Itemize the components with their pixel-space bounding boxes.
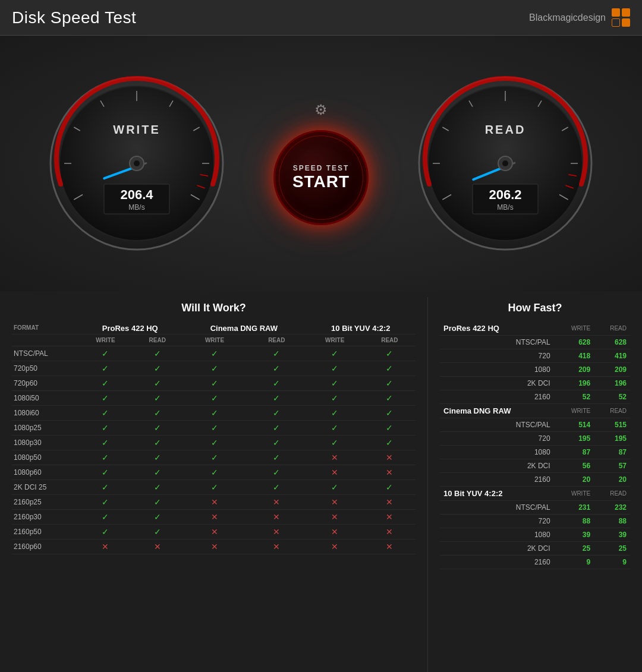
cell-check: ✓	[247, 480, 306, 495]
check-icon: ✓	[273, 364, 280, 373]
table-row: 10803939	[440, 528, 630, 542]
yuv-write-header: WRITE	[306, 335, 364, 346]
hf-section-header-row: Cinema DNG RAWWRITEREAD	[440, 404, 630, 418]
table-row: 21605252	[440, 390, 630, 404]
table-row: 1080p50✓✓✓✓✕✕	[12, 450, 416, 465]
check-icon: ✓	[331, 393, 338, 403]
hf-read-value: 52	[594, 390, 630, 404]
cell-check: ✓	[182, 480, 247, 495]
cross-icon: ✕	[386, 512, 393, 522]
cell-check: ✕	[364, 450, 416, 465]
hf-read-value: 25	[594, 542, 630, 556]
hf-write-value: 56	[554, 459, 594, 473]
cross-icon: ✕	[386, 497, 393, 507]
row-label: 2160p50	[12, 525, 78, 540]
cell-check: ✓	[133, 406, 182, 421]
title-bar: Disk Speed Test Blackmagicdesign	[0, 0, 642, 36]
table-row: 2K DCI 25✓✓✓✓✓✓	[12, 480, 416, 495]
cross-icon: ✕	[331, 512, 338, 522]
cross-icon: ✕	[273, 527, 280, 537]
start-button[interactable]: SPEED TEST START	[273, 130, 369, 225]
check-icon: ✓	[331, 349, 338, 358]
hf-group-name: 10 Bit YUV 4:2:2	[440, 487, 554, 501]
table-row: 720195195	[440, 432, 630, 446]
row-label: 1080p25	[12, 421, 78, 436]
read-gauge-svg: READ 206.2 MB/s	[416, 74, 594, 253]
hf-row-label: 2K DCI	[440, 377, 554, 390]
hf-row-label: NTSC/PAL	[440, 418, 554, 432]
cross-icon: ✕	[211, 512, 218, 522]
cell-check: ✓	[78, 376, 133, 391]
hf-read-value: 515	[594, 418, 630, 432]
check-icon: ✓	[211, 349, 218, 358]
check-icon: ✓	[154, 364, 161, 373]
hf-row-label: 2K DCI	[440, 459, 554, 473]
svg-point-35	[502, 160, 508, 166]
cell-check: ✓	[133, 450, 182, 465]
hf-read-header: READ	[594, 404, 630, 418]
settings-icon[interactable]: ⚙	[314, 102, 328, 118]
cell-check: ✓	[182, 450, 247, 465]
cell-check: ✕	[364, 525, 416, 540]
cell-check: ✓	[247, 361, 306, 376]
cell-check: ✓	[306, 376, 364, 391]
check-icon: ✓	[102, 378, 109, 388]
check-icon: ✓	[273, 349, 280, 358]
table-row: 1080p30✓✓✓✓✓✓	[12, 436, 416, 450]
cell-check: ✓	[78, 391, 133, 406]
row-label: 1080p30	[12, 436, 78, 450]
check-icon: ✓	[211, 393, 218, 403]
hf-group-name: Cinema DNG RAW	[440, 404, 554, 418]
will-it-work-title: Will It Work?	[12, 297, 416, 321]
hf-write-value: 209	[554, 363, 594, 377]
check-icon: ✓	[386, 349, 393, 358]
check-icon: ✓	[211, 423, 218, 433]
cell-check: ✓	[306, 346, 364, 361]
cell-check: ✕	[306, 465, 364, 480]
check-icon: ✓	[102, 512, 109, 522]
start-label-main: START	[292, 172, 350, 191]
cell-check: ✓	[182, 361, 247, 376]
row-label: 2160p30	[12, 510, 78, 525]
cell-check: ✓	[182, 376, 247, 391]
cell-check: ✓	[182, 465, 247, 480]
row-label: 2160p60	[12, 540, 78, 554]
table-row: 7208888	[440, 515, 630, 528]
hf-read-value: 195	[594, 432, 630, 446]
cell-check: ✓	[247, 391, 306, 406]
cell-check: ✕	[306, 510, 364, 525]
cross-icon: ✕	[386, 453, 393, 462]
check-icon: ✓	[154, 453, 161, 462]
center-controls: ⚙ SPEED TEST START	[273, 102, 369, 225]
check-icon: ✓	[211, 378, 218, 388]
cell-check: ✓	[306, 436, 364, 450]
check-icon: ✓	[273, 453, 280, 462]
hf-row-label: 720	[440, 349, 554, 363]
row-label: 720p50	[12, 361, 78, 376]
hf-write-value: 25	[554, 542, 594, 556]
cell-check: ✕	[306, 525, 364, 540]
cell-check: ✓	[306, 391, 364, 406]
cell-check: ✕	[182, 525, 247, 540]
how-fast-table: ProRes 422 HQWRITEREADNTSC/PAL6286287204…	[440, 321, 630, 569]
check-icon: ✓	[386, 393, 393, 403]
read-value: 206.2	[489, 187, 521, 202]
table-row: 2160p60✕✕✕✕✕✕	[12, 540, 416, 554]
check-icon: ✓	[273, 423, 280, 433]
check-icon: ✓	[154, 512, 161, 522]
check-icon: ✓	[386, 378, 393, 388]
prores-header: ProRes 422 HQ	[78, 321, 182, 335]
check-icon: ✓	[154, 423, 161, 433]
check-icon: ✓	[154, 482, 161, 492]
check-icon: ✓	[273, 482, 280, 492]
cell-check: ✓	[247, 450, 306, 465]
cell-check: ✓	[364, 391, 416, 406]
hf-write-value: 9	[554, 556, 594, 569]
hf-write-value: 628	[554, 336, 594, 349]
table-row: 2K DCI2525	[440, 542, 630, 556]
read-unit: MB/s	[497, 203, 513, 212]
table-row: 21602020	[440, 473, 630, 487]
check-icon: ✓	[154, 497, 161, 507]
cell-check: ✓	[247, 376, 306, 391]
cell-check: ✓	[133, 346, 182, 361]
